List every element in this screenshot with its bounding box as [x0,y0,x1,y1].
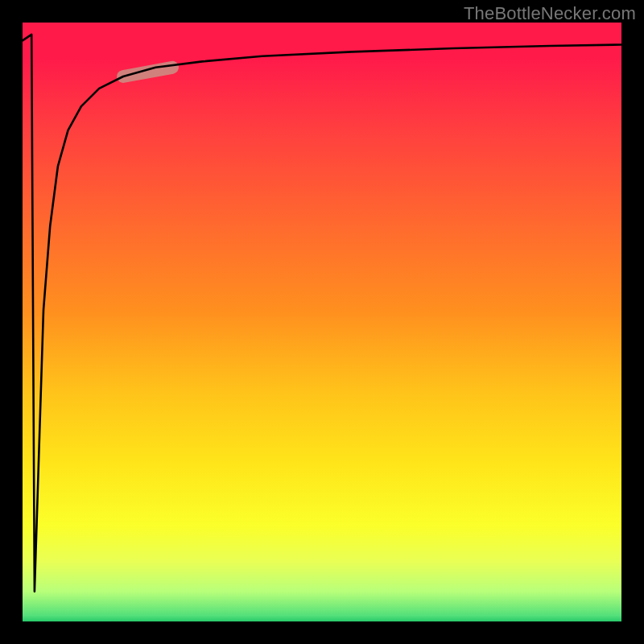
plot-area [23,23,621,621]
chart-container: TheBottleNecker.com [0,0,644,644]
watermark-text: TheBottleNecker.com [464,3,636,24]
bottleneck-curve [23,35,621,592]
curve-layer [23,23,621,621]
